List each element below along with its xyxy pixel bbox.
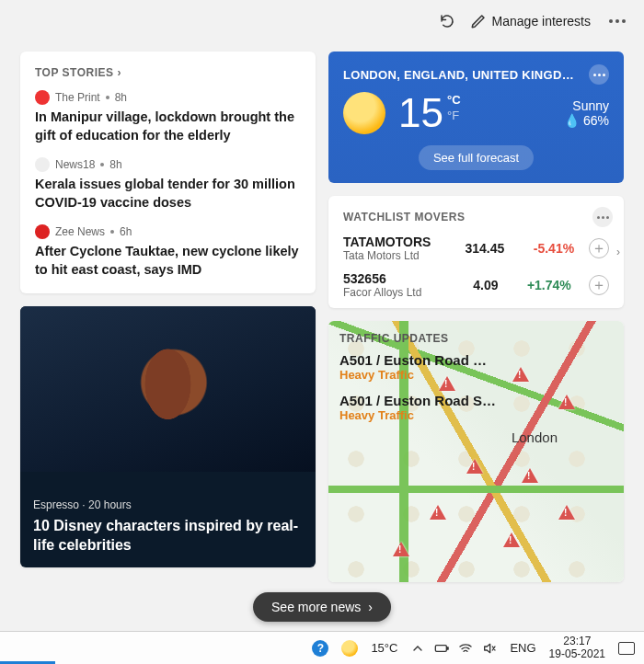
feature-story-card[interactable]: Espresso · 20 hours 10 Disney characters… [20,306,316,567]
tray-temp[interactable]: 15°C [371,641,397,655]
wifi-icon[interactable] [458,641,473,656]
story-title: Kerala issues global tender for 30 milli… [35,176,301,212]
story-item[interactable]: Zee News 6h After Cyclone Tauktae, new c… [35,224,301,279]
svg-rect-1 [447,647,448,649]
battery-icon[interactable] [434,641,449,656]
see-forecast-button[interactable]: See full forecast [419,145,534,170]
sunny-icon [343,92,385,134]
watchlist-more-button[interactable] [592,207,613,227]
traffic-card[interactable]: London TRAFFIC UPDATES A501 / Euston Roa… [328,321,624,582]
feature-image [20,306,316,472]
story-title: In Manipur village, lockdown brought the… [35,109,301,144]
watchlist-header: WATCHLIST MOVERS [343,211,609,223]
volume-mute-icon[interactable] [482,641,497,656]
manage-interests-label: Manage interests [492,14,591,29]
alert-icon [503,532,520,547]
manage-interests-button[interactable]: Manage interests [470,13,591,29]
source-icon [35,157,50,172]
tray-datetime[interactable]: 23:17 19-05-2021 [549,635,605,661]
top-stories-card: TOP STORIES › The Print 8h In Manipur vi… [20,52,316,293]
pencil-icon [470,13,487,29]
refresh-icon[interactable] [439,13,455,29]
weather-condition: Sunny [564,98,609,113]
chevron-up-icon[interactable] [410,641,425,656]
weather-card[interactable]: LONDON, ENGLAND, UNITED KINGD… 15 °C °F … [328,52,624,183]
chevron-right-icon: › [118,66,122,79]
story-title: After Cyclone Tauktae, new cyclone likel… [35,243,301,279]
chevron-right-icon: › [368,600,373,614]
story-item[interactable]: The Print 8h In Manipur village, lockdow… [35,90,301,144]
notifications-icon[interactable] [618,642,635,655]
alert-icon [558,505,575,520]
traffic-item[interactable]: A501 / Euston Road S… Heavy Traffic [339,393,613,422]
taskbar: ? 15°C ENG 23:17 19-05-2021 [0,631,644,664]
alert-icon [466,459,483,474]
top-stories-header[interactable]: TOP STORIES › [35,66,301,79]
more-button[interactable] [605,16,629,27]
traffic-item[interactable]: A501 / Euston Road … Heavy Traffic [339,352,613,382]
alert-icon [393,542,409,556]
stock-row[interactable]: 532656 Facor Alloys Ltd 4.09 +1.74% ＋ [343,271,609,299]
alert-icon [522,468,538,483]
add-stock-button[interactable]: ＋ [589,275,609,295]
story-item[interactable]: News18 8h Kerala issues global tender fo… [35,157,301,212]
help-icon[interactable]: ? [312,640,328,657]
source-icon [35,90,50,105]
tray-lang[interactable]: ENG [510,641,535,655]
weather-temp: 15 [398,93,443,133]
svg-rect-0 [436,645,447,651]
weather-humidity: 66% [583,113,609,128]
weather-tray-icon[interactable] [341,640,358,657]
weather-location: LONDON, ENGLAND, UNITED KINGD… [343,68,574,82]
feature-title: 10 Disney characters inspired by real-li… [33,517,303,555]
toolbar: Manage interests [0,0,644,42]
watchlist-card: WATCHLIST MOVERS TATAMOTORS Tata Motors … [328,196,624,308]
add-stock-button[interactable]: ＋ [589,238,609,258]
weather-more-button[interactable] [589,64,609,85]
source-icon [35,224,50,239]
alert-icon [430,505,446,520]
stock-row[interactable]: TATAMOTORS Tata Motors Ltd 314.45 -5.41%… [343,235,609,262]
chevron-right-icon[interactable]: › [616,246,620,258]
traffic-header: TRAFFIC UPDATES [339,332,613,345]
see-more-news-button[interactable]: See more news › [253,592,391,622]
